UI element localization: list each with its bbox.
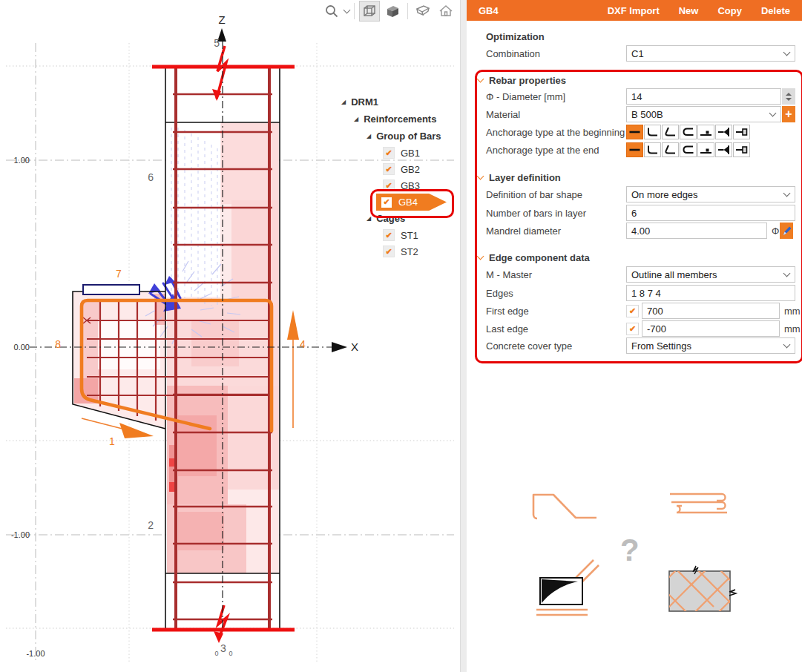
ruler-0: 0.00 <box>14 343 30 352</box>
solid-view-button[interactable] <box>382 1 403 22</box>
annotation-panel <box>475 70 802 363</box>
tree-item-gb1[interactable]: ✔ GB1 <box>383 145 420 161</box>
tree-label: ST1 <box>401 230 418 241</box>
zero-left: 0 <box>214 650 218 657</box>
tree-node-group-of-bars[interactable]: ◢ Group of Bars <box>367 128 441 144</box>
question-mark-watermark: ? <box>620 533 640 568</box>
view-toolbar <box>321 1 479 22</box>
optimization-heading: Optimization <box>486 30 545 43</box>
ruler-m1: -1.00 <box>11 530 30 539</box>
tree-item-gb2[interactable]: ✔ GB2 <box>383 161 420 177</box>
panel-header: GB4 DXF Import New Copy Delete <box>467 0 802 21</box>
search-icon <box>324 4 339 19</box>
bent-bar-shape-icon <box>527 486 608 527</box>
tree-label: DRM1 <box>351 96 378 108</box>
edge-5: 5 <box>214 37 220 49</box>
combination-label: Combination <box>486 48 626 59</box>
edge-1: 1 <box>109 435 115 447</box>
new-button[interactable]: New <box>679 5 699 16</box>
expander-icon[interactable]: ◢ <box>341 99 346 105</box>
checkbox-checked[interactable]: ✔ <box>383 163 395 175</box>
solid-cube-icon <box>384 3 401 19</box>
dxf-import-button[interactable]: DXF Import <box>608 5 660 16</box>
checkbox-checked[interactable]: ✔ <box>383 246 395 257</box>
toolbar-divider <box>354 3 355 19</box>
tree-item-st1[interactable]: ✔ ST1 <box>383 227 418 243</box>
search-button[interactable] <box>321 1 342 22</box>
annotation-gb4 <box>370 189 454 218</box>
hatched-section-icon <box>660 556 742 623</box>
tree-label: GB2 <box>401 164 420 175</box>
section-view-icon <box>415 3 431 19</box>
app-window: Z X 1.00 0.00 -1.00 -1.00 5 6 2 3 0 0 7 … <box>0 0 802 672</box>
checkbox-checked[interactable]: ✔ <box>383 229 395 241</box>
tree-node-drm1[interactable]: ◢ DRM1 <box>341 93 378 110</box>
wireframe-cube-icon <box>361 3 378 19</box>
panel-title: GB4 <box>467 5 608 16</box>
edge-7: 7 <box>116 268 122 280</box>
chevron-down-icon <box>783 49 791 56</box>
combination-value: C1 <box>631 48 644 59</box>
stirrup-layers-icon <box>664 486 738 519</box>
checkbox-checked[interactable]: ✔ <box>383 147 395 159</box>
z-axis-label: Z <box>218 13 225 26</box>
ruler-bottom-m1: -1.00 <box>26 649 45 658</box>
edge-8: 8 <box>55 338 61 350</box>
toolbar-divider <box>407 3 408 19</box>
home-view-button[interactable] <box>435 1 456 22</box>
delete-button[interactable]: Delete <box>761 5 790 16</box>
expander-icon[interactable]: ◢ <box>367 215 371 222</box>
chevron-down-icon[interactable] <box>344 7 351 14</box>
wireframe-view-button[interactable] <box>359 1 380 22</box>
loading-plate <box>83 285 139 294</box>
combination-dropdown[interactable]: C1 <box>626 45 795 62</box>
ruler-1: 1.00 <box>14 156 30 165</box>
expander-icon[interactable]: ◢ <box>354 116 358 122</box>
tree-label: GB1 <box>401 148 420 159</box>
home-icon <box>438 3 454 19</box>
tree-item-st2[interactable]: ✔ ST2 <box>383 243 418 260</box>
tree-label: Reinforcements <box>364 113 436 125</box>
x-axis-label: X <box>351 340 358 353</box>
combination-row: Combination C1 <box>486 45 795 62</box>
edge-6: 6 <box>148 171 154 183</box>
model-canvas[interactable]: Z X 1.00 0.00 -1.00 -1.00 5 6 2 3 0 0 7 … <box>0 0 460 672</box>
edge-4: 4 <box>300 338 306 350</box>
tree-node-reinforcements[interactable]: ◢ Reinforcements <box>354 111 436 127</box>
section-view-button[interactable] <box>412 1 433 22</box>
edge-3: 3 <box>220 642 226 654</box>
copy-button[interactable]: Copy <box>717 5 742 16</box>
tree-label: Group of Bars <box>376 131 441 142</box>
zero-right: 0 <box>229 650 232 657</box>
expander-icon[interactable]: ◢ <box>367 133 371 139</box>
edge-2: 2 <box>148 519 154 531</box>
tree-label: ST2 <box>401 246 418 257</box>
stress-block-icon <box>530 545 612 623</box>
